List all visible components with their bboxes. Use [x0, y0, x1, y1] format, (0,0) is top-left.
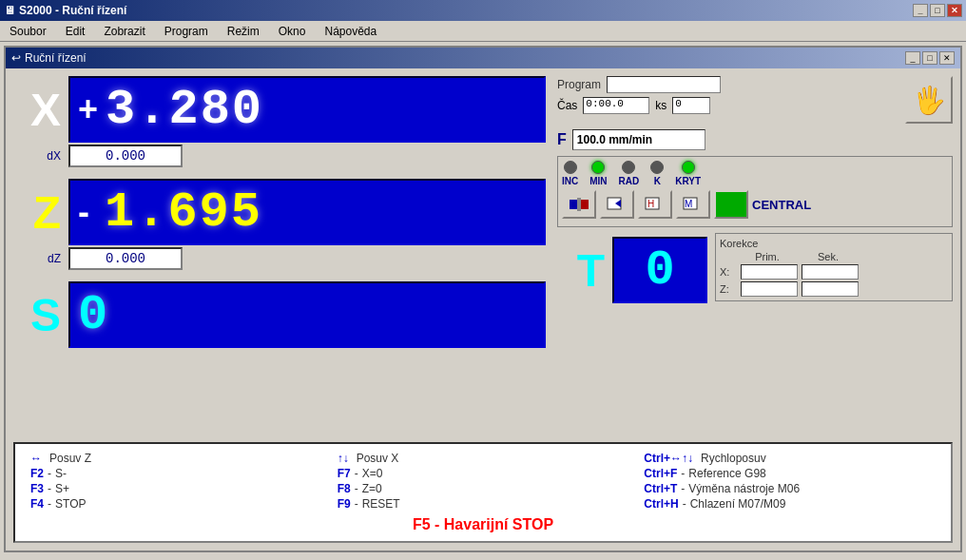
cas-input[interactable]: 0:00.0 [583, 97, 649, 114]
min-led [591, 161, 605, 174]
korekce-z-label: Z: [720, 283, 737, 295]
k-led [650, 161, 664, 174]
icon-btn-4[interactable]: M [676, 190, 710, 219]
korekce-panel: Korekce Prim. Sek. X: Z: [715, 233, 953, 301]
menu-program[interactable]: Program [159, 23, 214, 40]
shortcut-key-f2: F2 [30, 467, 44, 480]
title-bar-text: S2000 - Ruční řízení [19, 4, 126, 17]
program-info: Program Čas 0:00.0 ks 0 [557, 76, 721, 114]
menu-soubor[interactable]: Soubor [4, 23, 52, 40]
app-icon: 🖥 [4, 4, 15, 17]
kryt-label: KRYT [675, 176, 701, 186]
program-input[interactable] [607, 76, 721, 93]
mode-panel: INC MIN RAD [557, 156, 953, 227]
korekce-header-row: Prim. Sek. [739, 251, 948, 262]
shortcut-val-posuvx: Posuv X [357, 452, 399, 465]
shortcut-val-stop: STOP [55, 497, 86, 511]
window-icon: ↩ [11, 51, 21, 65]
shortcut-row4-col2: F9 - RESET [338, 497, 629, 511]
t-label: T [557, 244, 605, 297]
s-axis-display: 0 [68, 281, 546, 348]
icon-btn-2[interactable] [600, 190, 634, 219]
mode-k[interactable]: K [650, 161, 664, 186]
f-value-text: 100.0 mm/min [577, 133, 652, 146]
x-delta-label: dX [13, 149, 61, 163]
info-panel: ↔ Posuv Z ↑↓ Posuv X Ctrl+↔↑↓ Rychloposu… [13, 442, 953, 543]
shortcut-row4-col1: F4 - STOP [30, 497, 322, 511]
s-axis-row: S 0 [13, 281, 546, 348]
shortcut-key-f8: F8 [338, 482, 351, 495]
menu-zobrazit[interactable]: Zobrazit [98, 23, 150, 40]
menu-napoveda[interactable]: Nápověda [319, 23, 382, 40]
z-delta-value: 0.000 [106, 251, 145, 266]
title-bar: 🖥 S2000 - Ruční řízení _ □ ✕ [0, 0, 966, 21]
shortcut-val-splus: S+ [55, 482, 69, 495]
minimize-button[interactable]: _ [913, 4, 928, 17]
f-row: F 100.0 mm/min [557, 129, 953, 150]
korekce-x-label: X: [720, 266, 737, 278]
rad-label: RAD [619, 176, 640, 186]
shortcut-row2-col2: F7 - X=0 [338, 467, 629, 480]
k-label: K [654, 176, 661, 186]
z-delta-row: dZ 0.000 [13, 247, 546, 270]
shortcut-key-arrows: ↔ [30, 452, 42, 465]
mode-min[interactable]: MIN [589, 161, 607, 186]
shortcut-key-ctrlh: Ctrl+H [644, 497, 678, 511]
central-button[interactable] [714, 190, 748, 219]
mode-kryt[interactable]: KRYT [675, 161, 701, 186]
z-axis-label: Z [13, 186, 61, 239]
svg-rect-2 [577, 198, 581, 211]
window-title-controls: _ □ ✕ [905, 51, 955, 65]
shortcut-row3-col3: Ctrl+T - Výměna nástroje M06 [644, 482, 936, 495]
z-axis-row: Z - 1.695 [13, 179, 546, 245]
svg-text:H: H [647, 199, 654, 209]
shortcut-row2-col1: F2 - S- [30, 467, 322, 480]
menu-okno[interactable]: Okno [273, 23, 312, 40]
right-panel: Program Čas 0:00.0 ks 0 [557, 76, 953, 438]
program-label: Program [557, 78, 601, 91]
shortcut-key-updown: ↑↓ [338, 452, 349, 465]
korekce-title: Korekce [720, 238, 948, 249]
icon-btn-3[interactable]: H [638, 190, 672, 219]
z-delta-label: dZ [13, 252, 61, 265]
shortcut-val-sminus: S- [55, 467, 67, 480]
inc-led [564, 161, 577, 174]
window-minimize-button[interactable]: _ [905, 51, 920, 65]
mode-inc[interactable]: INC [562, 161, 578, 186]
x-axis-row: X + 3.280 [13, 76, 546, 143]
window-title-bar: ↩ Ruční řízení _ □ ✕ [6, 48, 960, 68]
korekce-x-sek-input[interactable] [802, 264, 859, 280]
hand-button[interactable]: 🖐 [905, 76, 953, 124]
window-maximize-button[interactable]: □ [922, 51, 937, 65]
svg-text:M: M [685, 199, 692, 209]
korekce-z-sek-input[interactable] [802, 281, 859, 297]
shortcut-val-x0: X=0 [362, 467, 383, 480]
menu-rezim[interactable]: Režim [222, 23, 265, 40]
rad-led [622, 161, 635, 174]
mode-row-2: H M CENTRAL [562, 190, 948, 219]
x-delta-value: 0.000 [106, 148, 145, 164]
main-window: ↩ Ruční řízení _ □ ✕ X + 3.280 [4, 46, 962, 552]
inc-label: INC [562, 176, 578, 186]
window-close-button[interactable]: ✕ [939, 51, 955, 65]
ks-label: ks [655, 99, 667, 112]
cas-label: Čas [557, 99, 577, 112]
x-axis-label: X [13, 84, 61, 136]
icon-btn-1[interactable] [562, 190, 596, 219]
korekce-x-prim-input[interactable] [741, 264, 798, 280]
close-button[interactable]: ✕ [947, 4, 962, 17]
ks-input[interactable]: 0 [672, 97, 710, 114]
t-display-container: T 0 [557, 237, 707, 303]
min-label: MIN [589, 176, 607, 186]
shortcut-row4-col3: Ctrl+H - Chlazení M07/M09 [644, 497, 936, 511]
s-axis-value: 0 [78, 287, 109, 343]
korekce-z-prim-input[interactable] [741, 281, 798, 297]
menu-edit[interactable]: Edit [60, 23, 91, 40]
mode-rad[interactable]: RAD [619, 161, 640, 186]
shortcut-val-rychloposuv: Rychloposuv [701, 452, 766, 465]
window-content: X + 3.280 dX 0.000 Z - [6, 68, 960, 550]
z-axis-display: - 1.695 [68, 179, 546, 245]
maximize-button[interactable]: □ [930, 4, 945, 17]
t-value: 0 [645, 242, 674, 299]
emergency-row: F5 - Havarijní STOP [30, 516, 936, 533]
